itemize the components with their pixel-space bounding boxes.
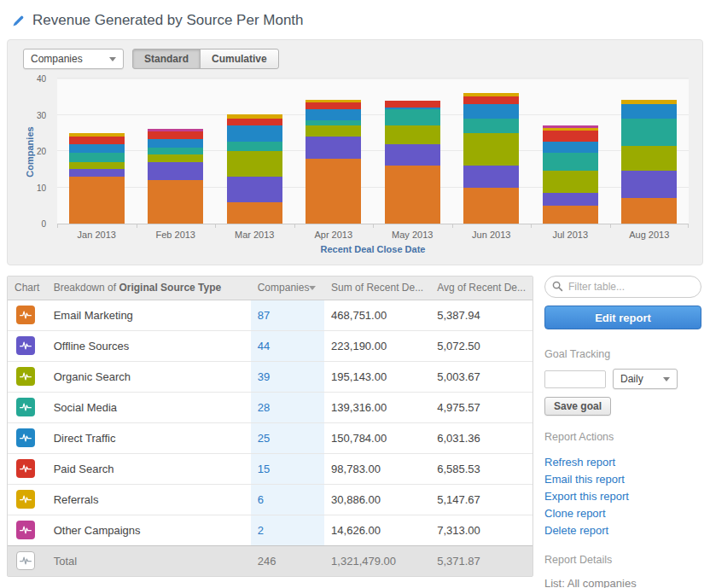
bar-segment-organic-search[interactable]: [69, 162, 125, 170]
email-report-link[interactable]: Email this report: [544, 473, 701, 486]
bar-segment-paid-search[interactable]: [69, 137, 125, 144]
chart-cell: [8, 484, 47, 515]
source-chart-icon[interactable]: [16, 398, 35, 416]
bar-segment-offline-sources[interactable]: [621, 171, 677, 198]
bar-segment-organic-search[interactable]: [227, 151, 282, 177]
col-header-sum[interactable]: Sum of Recent De...: [324, 277, 430, 300]
save-goal-button[interactable]: Save goal: [544, 397, 611, 416]
companies-count-link[interactable]: 87: [258, 309, 270, 322]
bar-segment-email-marketing[interactable]: [306, 159, 361, 224]
edit-report-button[interactable]: Edit report: [544, 306, 701, 329]
companies-count-link[interactable]: 15: [258, 463, 270, 475]
bar-segment-paid-search[interactable]: [306, 102, 361, 110]
bar-segment-organic-search[interactable]: [543, 171, 598, 193]
dataset-select[interactable]: Companies: [23, 49, 124, 69]
gridline: [57, 78, 689, 79]
bar-segment-social-media[interactable]: [543, 153, 598, 171]
table-body: Email Marketing87468,751.005,387.94Offli…: [8, 300, 532, 576]
source-chart-icon[interactable]: [16, 459, 35, 478]
bar-segment-paid-search[interactable]: [148, 131, 203, 140]
bar-segment-direct-traffic[interactable]: [69, 144, 125, 154]
filter-table-input[interactable]: [544, 276, 701, 298]
companies-count-link[interactable]: 39: [258, 370, 270, 383]
bar-segment-organic-search[interactable]: [148, 154, 203, 162]
companies-count-link[interactable]: 25: [258, 432, 270, 445]
avg-cell: 5,387.94: [430, 300, 532, 330]
source-chart-icon[interactable]: [16, 306, 35, 324]
bar-segment-email-marketing[interactable]: [463, 188, 519, 224]
bar-segment-offline-sources[interactable]: [463, 166, 519, 188]
report-page: Revenue Generated by Source Per Month Co…: [0, 0, 710, 588]
bar-segment-direct-traffic[interactable]: [621, 104, 677, 119]
refresh-report-link[interactable]: Refresh report: [544, 456, 701, 469]
bar-segment-offline-sources[interactable]: [385, 144, 440, 166]
x-tick-label: Jul 2013: [531, 224, 610, 242]
bar-segment-organic-search[interactable]: [385, 125, 440, 143]
bar-segment-email-marketing[interactable]: [148, 180, 203, 224]
bar-segment-email-marketing[interactable]: [227, 202, 282, 224]
col-header-avg[interactable]: Avg of Recent De...: [430, 277, 532, 300]
bar-jan-2013: [57, 79, 137, 224]
report-sidebar: Edit report Goal Tracking Daily Save goa…: [544, 276, 701, 588]
bar-may-2013: [373, 79, 452, 224]
bar-segment-social-media[interactable]: [385, 109, 440, 125]
bar-segment-organic-search[interactable]: [306, 125, 361, 137]
companies-count-link[interactable]: 28: [258, 401, 270, 414]
bar-segment-paid-search[interactable]: [385, 101, 440, 108]
avg-cell: 6,585.53: [430, 453, 532, 484]
chart-cell: [8, 453, 47, 484]
bar-segment-organic-search[interactable]: [463, 133, 519, 166]
companies-count-link[interactable]: 2: [258, 524, 264, 537]
chevron-down-icon: [663, 377, 670, 381]
x-tick-label: Jan 2013: [57, 224, 137, 242]
source-chart-icon[interactable]: [16, 490, 35, 509]
source-chart-icon[interactable]: [16, 521, 35, 539]
bar-segment-email-marketing[interactable]: [69, 177, 125, 224]
clone-report-link[interactable]: Clone report: [544, 507, 701, 520]
bar-segment-email-marketing[interactable]: [385, 166, 440, 224]
bar-segment-offline-sources[interactable]: [543, 193, 598, 206]
companies-count-link[interactable]: 44: [258, 340, 270, 352]
bar-segment-paid-search[interactable]: [543, 131, 598, 142]
companies-count-link[interactable]: 6: [258, 493, 264, 506]
export-report-link[interactable]: Export this report: [544, 490, 701, 503]
chart-cell: [8, 422, 47, 453]
bar-segment-offline-sources[interactable]: [69, 169, 125, 177]
y-tick-label: 0: [15, 219, 52, 229]
bar-segment-paid-search[interactable]: [227, 119, 282, 126]
standard-mode-button[interactable]: Standard: [132, 49, 201, 69]
sum-cell: 98,783.00: [324, 453, 430, 484]
bar-jun-2013: [452, 79, 532, 224]
chart-cell: [8, 392, 47, 422]
bar-segment-organic-search[interactable]: [621, 146, 677, 172]
bar-segment-social-media[interactable]: [463, 119, 519, 133]
y-tick-label: 30: [15, 111, 52, 120]
bar-segment-paid-search[interactable]: [463, 96, 519, 104]
bar-segment-direct-traffic[interactable]: [463, 104, 519, 119]
cumulative-mode-button[interactable]: Cumulative: [200, 49, 279, 69]
bar-segment-direct-traffic[interactable]: [148, 139, 203, 147]
bar-segment-offline-sources[interactable]: [148, 162, 203, 180]
bar-segment-direct-traffic[interactable]: [227, 125, 282, 142]
bar-segment-email-marketing[interactable]: [543, 206, 598, 224]
bar-segment-social-media[interactable]: [621, 119, 677, 146]
x-axis-title: Recent Deal Close Date: [57, 244, 689, 254]
bar-segment-social-media[interactable]: [227, 142, 282, 151]
source-chart-icon[interactable]: [16, 367, 35, 386]
delete-report-link[interactable]: Delete report: [544, 524, 701, 537]
bar-segment-direct-traffic[interactable]: [306, 109, 361, 120]
goal-value-input[interactable]: [544, 370, 606, 388]
bar-segment-social-media[interactable]: [148, 148, 203, 155]
edit-title-pencil-icon[interactable]: [12, 15, 25, 27]
bar-segment-offline-sources[interactable]: [306, 137, 361, 159]
bar-segment-social-media[interactable]: [69, 153, 125, 162]
col-header-companies[interactable]: Companies: [251, 277, 324, 300]
source-chart-icon[interactable]: [16, 336, 35, 355]
source-chart-icon[interactable]: [16, 428, 35, 447]
goal-frequency-select[interactable]: Daily: [613, 369, 678, 389]
bar-segment-offline-sources[interactable]: [227, 177, 282, 202]
bar-segment-direct-traffic[interactable]: [543, 142, 598, 153]
col-header-breakdown[interactable]: Breakdown of Original Source Type: [47, 277, 251, 300]
bar-segment-email-marketing[interactable]: [621, 198, 677, 224]
sort-caret-icon[interactable]: [309, 286, 316, 290]
